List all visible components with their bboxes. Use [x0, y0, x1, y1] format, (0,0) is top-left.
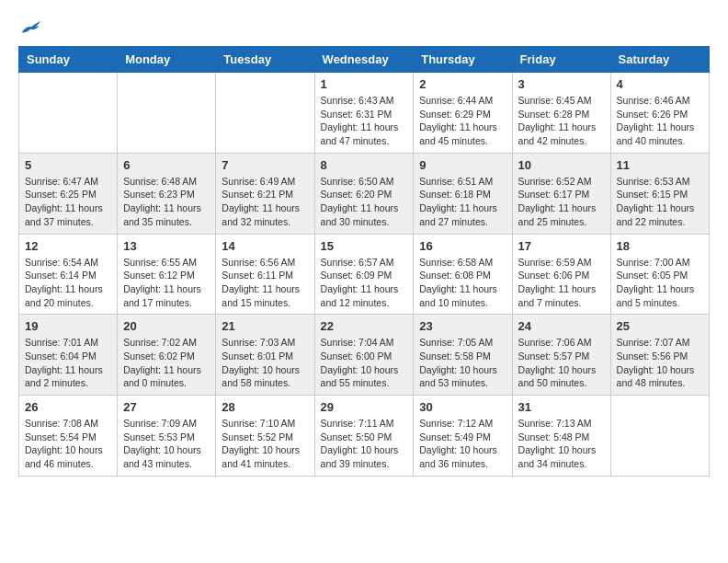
- calendar-table: SundayMondayTuesdayWednesdayThursdayFrid…: [18, 46, 710, 477]
- calendar-cell: 18Sunrise: 7:00 AM Sunset: 6:05 PM Dayli…: [610, 234, 709, 315]
- day-header-saturday: Saturday: [610, 47, 709, 73]
- day-header-friday: Friday: [512, 47, 610, 73]
- day-number: 13: [123, 239, 210, 253]
- calendar-cell: 23Sunrise: 7:05 AM Sunset: 5:58 PM Dayli…: [414, 315, 512, 396]
- day-number: 19: [25, 319, 111, 333]
- calendar-cell: 28Sunrise: 7:10 AM Sunset: 5:52 PM Dayli…: [216, 396, 314, 477]
- calendar-cell: [216, 73, 314, 154]
- day-info: Sunrise: 7:03 AM Sunset: 6:01 PM Dayligh…: [222, 336, 308, 390]
- calendar-cell: 9Sunrise: 6:51 AM Sunset: 6:18 PM Daylig…: [414, 153, 512, 234]
- calendar-cell: 15Sunrise: 6:57 AM Sunset: 6:09 PM Dayli…: [314, 234, 414, 315]
- calendar-cell: 16Sunrise: 6:58 AM Sunset: 6:08 PM Dayli…: [414, 234, 512, 315]
- calendar-week-row: 19Sunrise: 7:01 AM Sunset: 6:04 PM Dayli…: [19, 315, 710, 396]
- calendar-cell: 17Sunrise: 6:59 AM Sunset: 6:06 PM Dayli…: [512, 234, 610, 315]
- day-number: 12: [25, 239, 111, 253]
- day-info: Sunrise: 7:06 AM Sunset: 5:57 PM Dayligh…: [518, 336, 605, 390]
- day-number: 16: [419, 239, 506, 253]
- calendar-cell: 24Sunrise: 7:06 AM Sunset: 5:57 PM Dayli…: [512, 315, 610, 396]
- day-info: Sunrise: 6:50 AM Sunset: 6:20 PM Dayligh…: [321, 175, 408, 229]
- day-info: Sunrise: 6:58 AM Sunset: 6:08 PM Dayligh…: [419, 256, 506, 310]
- logo: [18, 18, 42, 37]
- day-header-wednesday: Wednesday: [314, 47, 414, 73]
- day-info: Sunrise: 7:05 AM Sunset: 5:58 PM Dayligh…: [419, 336, 506, 390]
- day-info: Sunrise: 6:51 AM Sunset: 6:18 PM Dayligh…: [419, 175, 506, 229]
- day-number: 7: [222, 158, 308, 172]
- calendar-cell: 25Sunrise: 7:07 AM Sunset: 5:56 PM Dayli…: [610, 315, 709, 396]
- day-number: 1: [321, 77, 408, 91]
- day-number: 18: [617, 239, 703, 253]
- calendar-cell: 20Sunrise: 7:02 AM Sunset: 6:02 PM Dayli…: [118, 315, 216, 396]
- calendar-cell: 7Sunrise: 6:49 AM Sunset: 6:21 PM Daylig…: [216, 153, 314, 234]
- day-info: Sunrise: 6:57 AM Sunset: 6:09 PM Dayligh…: [321, 256, 408, 310]
- day-info: Sunrise: 7:08 AM Sunset: 5:54 PM Dayligh…: [25, 417, 111, 471]
- day-header-sunday: Sunday: [19, 47, 118, 73]
- day-number: 4: [617, 77, 703, 91]
- calendar-header-row: SundayMondayTuesdayWednesdayThursdayFrid…: [19, 47, 710, 73]
- logo-bird-icon: [20, 18, 42, 37]
- day-number: 5: [25, 158, 111, 172]
- day-number: 11: [617, 158, 703, 172]
- day-info: Sunrise: 7:10 AM Sunset: 5:52 PM Dayligh…: [222, 417, 308, 471]
- day-info: Sunrise: 6:46 AM Sunset: 6:26 PM Dayligh…: [617, 94, 703, 148]
- day-header-monday: Monday: [118, 47, 216, 73]
- calendar-cell: 3Sunrise: 6:45 AM Sunset: 6:28 PM Daylig…: [512, 73, 610, 154]
- day-number: 15: [321, 239, 408, 253]
- calendar-cell: 12Sunrise: 6:54 AM Sunset: 6:14 PM Dayli…: [19, 234, 118, 315]
- day-number: 9: [419, 158, 506, 172]
- calendar-cell: 21Sunrise: 7:03 AM Sunset: 6:01 PM Dayli…: [216, 315, 314, 396]
- calendar-cell: 2Sunrise: 6:44 AM Sunset: 6:29 PM Daylig…: [414, 73, 512, 154]
- page-header: [18, 18, 710, 37]
- day-info: Sunrise: 6:53 AM Sunset: 6:15 PM Dayligh…: [617, 175, 703, 229]
- calendar-cell: 26Sunrise: 7:08 AM Sunset: 5:54 PM Dayli…: [19, 396, 118, 477]
- day-info: Sunrise: 7:11 AM Sunset: 5:50 PM Dayligh…: [321, 417, 408, 471]
- day-info: Sunrise: 6:45 AM Sunset: 6:28 PM Dayligh…: [518, 94, 605, 148]
- day-number: 14: [222, 239, 308, 253]
- calendar-week-row: 1Sunrise: 6:43 AM Sunset: 6:31 PM Daylig…: [19, 73, 710, 154]
- day-number: 10: [518, 158, 605, 172]
- day-info: Sunrise: 7:00 AM Sunset: 6:05 PM Dayligh…: [617, 256, 703, 310]
- calendar-cell: 13Sunrise: 6:55 AM Sunset: 6:12 PM Dayli…: [118, 234, 216, 315]
- day-number: 27: [123, 400, 210, 414]
- day-info: Sunrise: 7:09 AM Sunset: 5:53 PM Dayligh…: [123, 417, 210, 471]
- day-info: Sunrise: 6:44 AM Sunset: 6:29 PM Dayligh…: [419, 94, 506, 148]
- calendar-cell: 27Sunrise: 7:09 AM Sunset: 5:53 PM Dayli…: [118, 396, 216, 477]
- day-info: Sunrise: 6:49 AM Sunset: 6:21 PM Dayligh…: [222, 175, 308, 229]
- calendar-cell: 11Sunrise: 6:53 AM Sunset: 6:15 PM Dayli…: [610, 153, 709, 234]
- day-number: 8: [321, 158, 408, 172]
- calendar-cell: 14Sunrise: 6:56 AM Sunset: 6:11 PM Dayli…: [216, 234, 314, 315]
- calendar-cell: 5Sunrise: 6:47 AM Sunset: 6:25 PM Daylig…: [19, 153, 118, 234]
- day-number: 29: [321, 400, 408, 414]
- day-number: 20: [123, 319, 210, 333]
- calendar-cell: [19, 73, 118, 154]
- day-info: Sunrise: 6:52 AM Sunset: 6:17 PM Dayligh…: [518, 175, 605, 229]
- calendar-cell: 22Sunrise: 7:04 AM Sunset: 6:00 PM Dayli…: [314, 315, 414, 396]
- day-number: 24: [518, 319, 605, 333]
- day-number: 6: [123, 158, 210, 172]
- day-number: 2: [419, 77, 506, 91]
- day-number: 30: [419, 400, 506, 414]
- day-number: 22: [321, 319, 408, 333]
- calendar-cell: 6Sunrise: 6:48 AM Sunset: 6:23 PM Daylig…: [118, 153, 216, 234]
- calendar-cell: 30Sunrise: 7:12 AM Sunset: 5:49 PM Dayli…: [414, 396, 512, 477]
- day-number: 26: [25, 400, 111, 414]
- day-header-tuesday: Tuesday: [216, 47, 314, 73]
- calendar-cell: 1Sunrise: 6:43 AM Sunset: 6:31 PM Daylig…: [314, 73, 414, 154]
- calendar-week-row: 12Sunrise: 6:54 AM Sunset: 6:14 PM Dayli…: [19, 234, 710, 315]
- day-info: Sunrise: 6:48 AM Sunset: 6:23 PM Dayligh…: [123, 175, 210, 229]
- calendar-week-row: 5Sunrise: 6:47 AM Sunset: 6:25 PM Daylig…: [19, 153, 710, 234]
- day-info: Sunrise: 6:43 AM Sunset: 6:31 PM Dayligh…: [321, 94, 408, 148]
- day-info: Sunrise: 6:54 AM Sunset: 6:14 PM Dayligh…: [25, 256, 111, 310]
- day-info: Sunrise: 6:56 AM Sunset: 6:11 PM Dayligh…: [222, 256, 308, 310]
- calendar-cell: [118, 73, 216, 154]
- calendar-cell: 31Sunrise: 7:13 AM Sunset: 5:48 PM Dayli…: [512, 396, 610, 477]
- day-header-thursday: Thursday: [414, 47, 512, 73]
- day-number: 25: [617, 319, 703, 333]
- day-number: 31: [518, 400, 605, 414]
- calendar-cell: 19Sunrise: 7:01 AM Sunset: 6:04 PM Dayli…: [19, 315, 118, 396]
- day-info: Sunrise: 6:59 AM Sunset: 6:06 PM Dayligh…: [518, 256, 605, 310]
- calendar-cell: 4Sunrise: 6:46 AM Sunset: 6:26 PM Daylig…: [610, 73, 709, 154]
- day-info: Sunrise: 7:01 AM Sunset: 6:04 PM Dayligh…: [25, 336, 111, 390]
- day-number: 28: [222, 400, 308, 414]
- calendar-week-row: 26Sunrise: 7:08 AM Sunset: 5:54 PM Dayli…: [19, 396, 710, 477]
- day-info: Sunrise: 7:04 AM Sunset: 6:00 PM Dayligh…: [321, 336, 408, 390]
